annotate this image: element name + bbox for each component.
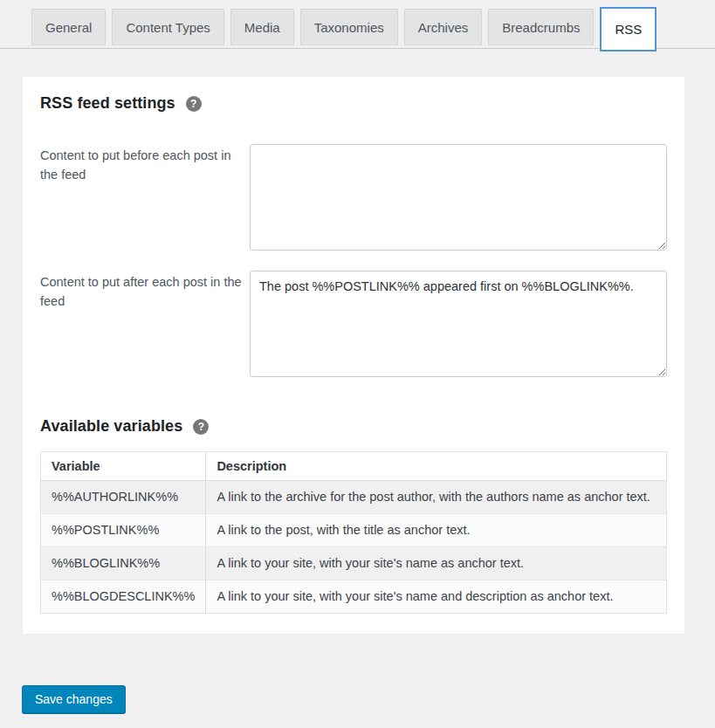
description-cell: A link to your site, with your site's na… <box>206 580 667 614</box>
table-row: %%POSTLINK%% A link to the post, with th… <box>41 514 667 547</box>
variables-table: Variable Description %%AUTHORLINK%% A li… <box>40 451 667 614</box>
variable-cell: %%BLOGDESCLINK%% <box>41 580 206 614</box>
available-variables-heading-text: Available variables <box>40 417 182 436</box>
before-post-textarea[interactable] <box>250 144 667 251</box>
rss-feed-settings-heading: RSS feed settings ? <box>40 94 667 113</box>
description-cell: A link to the archive for the post autho… <box>206 481 667 514</box>
save-changes-button[interactable]: Save changes <box>22 685 126 713</box>
after-post-textarea[interactable]: The post %%POSTLINK%% appeared first on … <box>250 271 667 377</box>
rss-feed-settings-heading-text: RSS feed settings <box>40 94 175 113</box>
rss-settings-panel: RSS feed settings ? Content to put befor… <box>22 76 685 635</box>
available-variables-section: Available variables ? Variable Descripti… <box>40 417 667 614</box>
table-row: %%BLOGLINK%% A link to your site, with y… <box>41 547 667 580</box>
footer-actions: Save changes <box>22 685 715 713</box>
description-column-header: Description <box>206 452 667 481</box>
tab-breadcrumbs[interactable]: Breadcrumbs <box>488 9 594 45</box>
tab-archives[interactable]: Archives <box>404 9 483 45</box>
variable-cell: %%AUTHORLINK%% <box>41 481 206 514</box>
help-icon[interactable]: ? <box>186 96 202 112</box>
available-variables-heading: Available variables ? <box>40 417 667 436</box>
variable-cell: %%BLOGLINK%% <box>41 547 206 580</box>
table-header-row: Variable Description <box>41 452 667 481</box>
table-row: %%BLOGDESCLINK%% A link to your site, wi… <box>41 580 667 614</box>
form-row-before-post: Content to put before each post in the f… <box>40 144 667 251</box>
help-icon[interactable]: ? <box>193 419 209 435</box>
rss-feed-form: Content to put before each post in the f… <box>40 144 667 377</box>
after-post-label: Content to put after each post in the fe… <box>40 271 250 312</box>
description-cell: A link to the post, with the title as an… <box>206 514 667 547</box>
variable-column-header: Variable <box>41 452 206 481</box>
form-row-after-post: Content to put after each post in the fe… <box>40 271 667 377</box>
before-post-label: Content to put before each post in the f… <box>40 144 250 185</box>
tab-content-types[interactable]: Content Types <box>112 9 223 45</box>
tab-rss[interactable]: RSS <box>600 7 657 52</box>
tab-taxonomies[interactable]: Taxonomies <box>300 9 398 45</box>
tab-general[interactable]: General <box>31 9 106 45</box>
description-cell: A link to your site, with your site's na… <box>206 547 667 580</box>
settings-tab-bar: General Content Types Media Taxonomies A… <box>0 0 715 49</box>
tab-media[interactable]: Media <box>230 9 294 45</box>
variable-cell: %%POSTLINK%% <box>41 514 206 547</box>
table-row: %%AUTHORLINK%% A link to the archive for… <box>41 481 667 514</box>
